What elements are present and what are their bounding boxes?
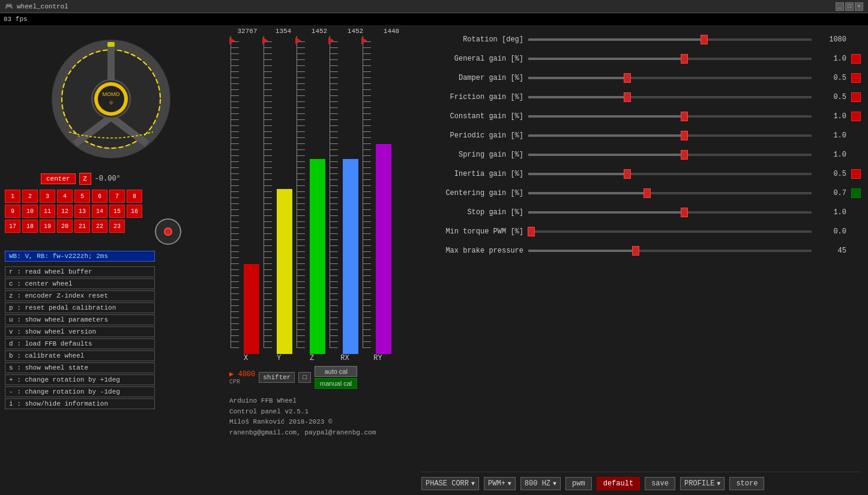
slider-thumb-4[interactable] <box>681 112 688 121</box>
slider-track-5[interactable] <box>528 134 812 137</box>
close-button[interactable]: × <box>855 2 863 11</box>
slider-label-4: Constant gain [%] <box>421 112 523 121</box>
cmd-b[interactable]: b : calibrate wheel <box>5 350 155 361</box>
shifter-button[interactable]: shifter <box>259 372 295 383</box>
axis-num-2: 1452 <box>301 28 337 35</box>
cmd--[interactable]: - : change rotation by -1deg <box>5 386 155 397</box>
slider-track-1[interactable] <box>528 58 812 60</box>
wheel-button-2[interactable]: 2 <box>22 190 38 203</box>
cmd-d[interactable]: d : load FFB defaults <box>5 338 155 349</box>
bottom-controls: ▶ 4000 CPR shifter □ auto cal manual cal <box>225 366 412 389</box>
slider-thumb-3[interactable] <box>624 92 631 102</box>
slider-btn-3[interactable] <box>851 92 861 102</box>
slider-btn-8[interactable] <box>851 188 861 198</box>
slider-track-9[interactable] <box>528 211 812 214</box>
slider-thumb-6[interactable] <box>681 150 688 160</box>
maximize-button[interactable]: □ <box>845 2 854 11</box>
wheel-button-4[interactable]: 4 <box>57 190 73 203</box>
window-title: wheel_control <box>17 3 68 10</box>
profile-button[interactable]: PROFILE ▼ <box>680 477 725 490</box>
store-button[interactable]: store <box>729 477 764 490</box>
slider-btn-7[interactable] <box>851 169 861 179</box>
wheel-button-20[interactable]: 20 <box>57 220 73 233</box>
slider-btn-2[interactable] <box>851 73 861 83</box>
slider-thumb-1[interactable] <box>681 54 688 64</box>
cmd-v[interactable]: v : show wheel version <box>5 326 155 337</box>
wheel-button-18[interactable]: 18 <box>22 220 38 233</box>
pwm-plus-button[interactable]: PWM+ ▼ <box>484 477 516 490</box>
app-icon: 🎮 <box>5 2 13 10</box>
wheel-button-9[interactable]: 9 <box>5 205 20 218</box>
slider-value-11: 45 <box>816 247 846 255</box>
cmd-i[interactable]: i : show/hide information <box>5 398 155 409</box>
cmd-u[interactable]: u : show wheel parameters <box>5 314 155 325</box>
slider-thumb-9[interactable] <box>681 208 688 217</box>
slider-track-6[interactable] <box>528 154 812 156</box>
save-button[interactable]: save <box>645 477 675 490</box>
cmd-z[interactable]: z : encoder Z-index reset <box>5 290 155 301</box>
center-area: center Z -0.00° <box>41 172 217 186</box>
cmd-c[interactable]: c : center wheel <box>5 278 155 289</box>
cmd-p[interactable]: p : reset pedal calibration <box>5 302 155 313</box>
z-button[interactable]: Z <box>79 173 91 185</box>
slider-btn-4[interactable] <box>851 112 861 121</box>
slider-value-10: 0.0 <box>816 227 846 236</box>
axis-track-3 <box>328 36 361 354</box>
slider-track-0[interactable] <box>528 38 812 41</box>
slider-track-2[interactable] <box>528 77 812 79</box>
slider-track-10[interactable] <box>528 230 812 233</box>
slider-track-7[interactable] <box>528 173 812 175</box>
slider-thumb-0[interactable] <box>701 35 708 44</box>
cmd-s[interactable]: s : show wheel state <box>5 362 155 373</box>
wheel-button-15[interactable]: 15 <box>109 205 125 218</box>
wheel-container: MOMO ◎ <box>5 30 217 168</box>
wheel-button-17[interactable]: 17 <box>5 220 20 233</box>
wheel-button-3[interactable]: 3 <box>40 190 55 203</box>
slider-track-4[interactable] <box>528 115 812 118</box>
wheel-button-19[interactable]: 19 <box>40 220 55 233</box>
window-controls: _ □ × <box>836 2 863 11</box>
wheel-button-21[interactable]: 21 <box>74 220 90 233</box>
cmd-r[interactable]: r : read wheel buffer <box>5 266 155 277</box>
wheel-button-5[interactable]: 5 <box>74 190 90 203</box>
pwm-button[interactable]: pwm <box>565 477 592 490</box>
slider-row-5: Periodic gain [%]1.0 <box>421 126 861 145</box>
wheel-button-6[interactable]: 6 <box>92 190 107 203</box>
slider-thumb-11[interactable] <box>632 246 639 256</box>
default-button[interactable]: default <box>597 477 640 490</box>
phase-corr-button[interactable]: PHASE CORR ▼ <box>421 477 479 490</box>
auto-cal-button[interactable]: auto cal <box>315 366 357 377</box>
axis-label-RY: RY <box>361 354 394 362</box>
wheel-button-10[interactable]: 10 <box>22 205 38 218</box>
slider-btn-1[interactable] <box>851 54 861 64</box>
cmd-+[interactable]: + : change rotation by +1deg <box>5 374 155 385</box>
slider-label-2: Damper gain [%] <box>421 74 523 82</box>
small-toggle[interactable]: □ <box>298 372 311 383</box>
right-panel: Rotation [deg]1080General gain [%]1.0Dam… <box>414 25 868 495</box>
slider-fill-9 <box>528 211 684 214</box>
manual-cal-button[interactable]: manual cal <box>315 378 357 389</box>
svg-text:◎: ◎ <box>109 100 113 104</box>
slider-fill-2 <box>528 77 627 79</box>
hz-800-button[interactable]: 800 HZ ▼ <box>520 477 561 490</box>
wheel-button-11[interactable]: 11 <box>40 205 55 218</box>
wheel-button-16[interactable]: 16 <box>127 205 142 218</box>
slider-thumb-2[interactable] <box>624 73 631 83</box>
wheel-button-12[interactable]: 12 <box>57 205 73 218</box>
slider-track-11[interactable] <box>528 250 812 252</box>
slider-thumb-10[interactable] <box>528 227 535 236</box>
slider-thumb-5[interactable] <box>681 131 688 140</box>
wheel-button-1[interactable]: 1 <box>5 190 20 203</box>
axis-marker-3 <box>328 37 334 44</box>
slider-thumb-7[interactable] <box>624 169 631 179</box>
slider-track-8[interactable] <box>528 192 812 194</box>
center-button[interactable]: center <box>41 173 76 184</box>
wheel-button-7[interactable]: 7 <box>109 190 125 203</box>
wheel-button-22[interactable]: 22 <box>92 220 107 233</box>
wheel-button-14[interactable]: 14 <box>92 205 107 218</box>
slider-thumb-8[interactable] <box>643 188 651 198</box>
wheel-button-8[interactable]: 8 <box>127 190 142 203</box>
slider-track-3[interactable] <box>528 96 812 98</box>
wheel-button-13[interactable]: 13 <box>74 205 90 218</box>
minimize-button[interactable]: _ <box>836 2 844 11</box>
